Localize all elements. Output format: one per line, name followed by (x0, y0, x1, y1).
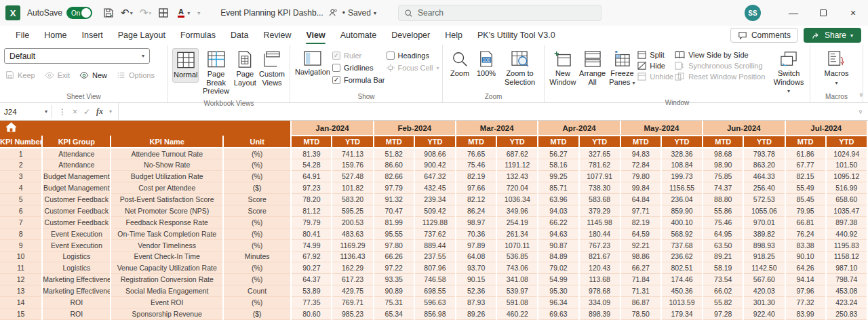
value-cell[interactable]: 568.92 (661, 228, 703, 239)
custom-views-button[interactable]: Custom Views (258, 48, 285, 89)
value-cell[interactable]: 52.36 (456, 285, 496, 297)
arrange-all-button[interactable]: Arrange All (578, 48, 607, 89)
kpi-label-cell[interactable]: Event Check-In Time (111, 251, 223, 262)
value-cell[interactable]: 1070.11 (496, 239, 538, 251)
value-cell[interactable]: 58.19 (703, 262, 743, 274)
kpi-label-cell[interactable]: Event Execution (42, 239, 111, 251)
value-cell[interactable]: 821.67 (579, 251, 620, 262)
value-cell[interactable]: 918.25 (743, 251, 785, 262)
value-cell[interactable]: 743.06 (496, 262, 538, 274)
undo-button[interactable]: ↶▾ (118, 6, 136, 20)
sub-header[interactable]: MTD (291, 136, 332, 148)
kpi-label-cell[interactable]: 7 (0, 216, 42, 228)
gridlines-checkbox[interactable]: Gridlines (332, 63, 385, 73)
kpi-label-cell[interactable]: Budget Utilization Rate (111, 171, 223, 182)
value-cell[interactable]: 75.46 (456, 159, 496, 171)
value-cell[interactable]: 572.53 (743, 194, 785, 205)
value-cell[interactable]: 67.77 (785, 159, 826, 171)
ribbon-tab[interactable]: Formulas (174, 28, 222, 43)
value-cell[interactable]: 1169.29 (332, 239, 373, 251)
value-cell[interactable]: 81.12 (291, 205, 332, 216)
value-cell[interactable]: 900.42 (414, 159, 456, 171)
value-cell[interactable]: 67.92 (291, 251, 332, 262)
sub-header[interactable]: MTD (620, 136, 661, 148)
value-cell[interactable]: 617.23 (332, 274, 373, 285)
value-cell[interactable]: 96.34 (538, 297, 578, 308)
kpi-label-cell[interactable]: Customer Feedback (42, 205, 111, 216)
value-cell[interactable]: 85.45 (785, 194, 826, 205)
value-cell[interactable]: 101.50 (826, 159, 867, 171)
value-cell[interactable]: 90.27 (291, 262, 332, 274)
value-cell[interactable]: 66.26 (374, 251, 414, 262)
value-cell[interactable]: 741.13 (332, 148, 373, 159)
headings-checkbox[interactable]: Headings (387, 51, 439, 60)
column-header[interactable]: KPI Name (111, 136, 223, 148)
value-cell[interactable]: 97.71 (620, 205, 661, 216)
excel-logo-icon[interactable]: X (5, 5, 20, 20)
value-cell[interactable]: 55.82 (703, 297, 743, 308)
expand-formula-bar-icon[interactable]: ▿ (853, 103, 868, 120)
column-header[interactable]: Unit (223, 136, 291, 148)
value-cell[interactable]: 95.30 (538, 285, 578, 297)
value-cell[interactable]: 1055.06 (743, 205, 785, 216)
value-cell[interactable]: 108.84 (661, 159, 703, 171)
new-sheet-view-button[interactable]: New (79, 71, 107, 79)
value-cell[interactable]: 922.40 (743, 308, 785, 319)
keep-sheet-view-button[interactable]: Keep (5, 71, 35, 79)
value-cell[interactable]: 71.31 (620, 285, 661, 297)
value-cell[interactable]: 94.03 (538, 205, 578, 216)
save-button[interactable] (100, 5, 117, 20)
value-cell[interactable]: 539.97 (496, 285, 538, 297)
value-cell[interactable]: 98.86 (620, 251, 661, 262)
value-cell[interactable]: 85.71 (538, 182, 578, 194)
value-cell[interactable]: 80.60 (291, 308, 332, 319)
kpi-label-cell[interactable]: Post-Event Satisfaction Score (111, 194, 223, 205)
zoom-to-selection-button[interactable]: Zoom to Selection (500, 48, 540, 89)
value-cell[interactable]: 250.83 (826, 308, 867, 319)
value-cell[interactable]: 97.89 (456, 239, 496, 251)
value-cell[interactable]: 83.38 (785, 239, 826, 251)
kpi-label-cell[interactable]: Cost per Attendee (111, 182, 223, 194)
value-cell[interactable]: 98.97 (456, 216, 496, 228)
split-button[interactable]: Split (637, 51, 673, 59)
search-input[interactable]: Search (398, 5, 601, 21)
sheet-view-dropdown[interactable]: Default ▾ (4, 48, 150, 64)
value-cell[interactable]: 970.01 (743, 216, 785, 228)
value-cell[interactable]: 99.25 (538, 171, 578, 182)
value-cell[interactable]: 65.34 (374, 308, 414, 319)
kpi-label-cell[interactable]: Venue Capacity Utilization Rate (111, 262, 223, 274)
value-cell[interactable]: 261.34 (496, 228, 538, 239)
value-cell[interactable]: 583.20 (332, 194, 373, 205)
value-cell[interactable]: 70.36 (456, 228, 496, 239)
value-cell[interactable]: 78.50 (620, 308, 661, 319)
kpi-label-cell[interactable]: Sponsorship Revenue (111, 308, 223, 319)
fx-dropdown-icon[interactable]: ▾ (109, 108, 112, 115)
value-cell[interactable]: 793.78 (743, 148, 785, 159)
value-cell[interactable]: 99.84 (620, 182, 661, 194)
value-cell[interactable]: 69.63 (538, 308, 578, 319)
ribbon-tab[interactable]: Help (439, 28, 469, 43)
ribbon-tab[interactable]: Developer (385, 28, 436, 43)
value-cell[interactable]: 113.68 (579, 274, 620, 285)
value-cell[interactable]: 61.86 (785, 148, 826, 159)
value-cell[interactable]: 769.71 (332, 297, 373, 308)
value-cell[interactable]: 658.60 (826, 194, 867, 205)
value-cell[interactable]: 746.58 (414, 274, 456, 285)
value-cell[interactable]: 64.26 (785, 262, 826, 274)
kpi-label-cell[interactable]: (%) (223, 262, 291, 274)
font-color-button[interactable]: A ▾ (173, 5, 193, 20)
zoom-button[interactable]: Zoom (447, 48, 473, 81)
kpi-label-cell[interactable]: 6 (0, 205, 42, 216)
sub-header[interactable]: MTD (703, 136, 743, 148)
kpi-label-cell[interactable]: Event Execution (42, 228, 111, 239)
kpi-label-cell[interactable]: (%) (223, 171, 291, 182)
undo-dropdown-icon[interactable]: ▾ (130, 10, 133, 16)
value-cell[interactable]: 82.15 (785, 171, 826, 182)
value-cell[interactable]: 450.36 (661, 285, 703, 297)
value-cell[interactable]: 73.54 (703, 274, 743, 285)
sub-header[interactable]: MTD (538, 136, 578, 148)
value-cell[interactable]: 94.14 (785, 274, 826, 285)
sub-header[interactable]: MTD (785, 136, 826, 148)
macros-button[interactable]: Macros ▾ (818, 48, 856, 89)
kpi-label-cell[interactable]: Count (223, 285, 291, 297)
